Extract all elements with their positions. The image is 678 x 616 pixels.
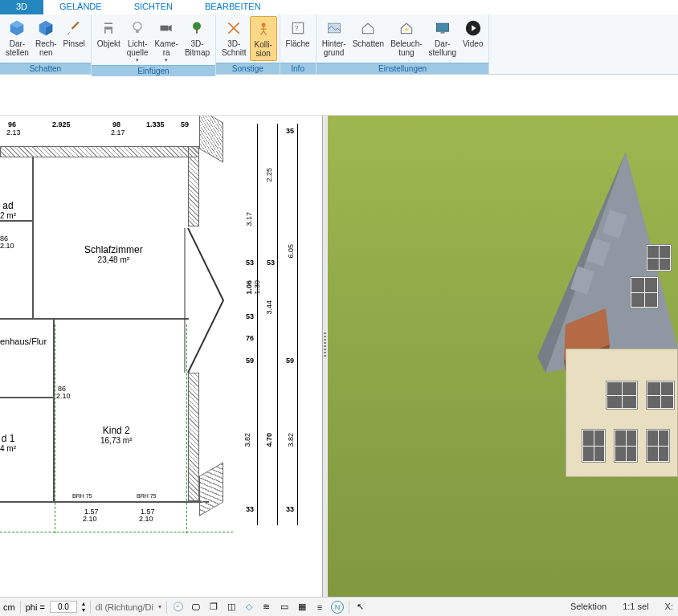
3d-bitmap-button[interactable]: 3D- Bitmap [182,16,213,63]
dim-top-3: 98 [112,120,120,129]
video-button[interactable]: Video [459,16,486,61]
vd-76: 76 [246,334,254,342]
wall-right-upper [188,146,199,226]
tab-gelaende[interactable]: GELÄNDE [43,0,118,14]
svg-point-4 [133,22,141,31]
darstellung-button[interactable]: Dar- stellung [426,16,459,61]
ribbon-label-einfuegen: Einfügen [92,65,215,76]
dim-top-4: 1.335 [146,120,165,129]
svg-rect-0 [104,22,112,24]
3d-schnitt-button[interactable]: 3D- Schnitt [219,16,250,61]
ribbon-group-einstellungen: Hinter- grund Schatten Beleuch- tung Dar… [317,14,490,74]
vd-130: 1.30 [253,280,261,295]
diamond-icon[interactable]: ◇ [243,601,255,614]
guide-h1 [0,532,233,532]
north-icon[interactable]: N [331,601,344,614]
md8: BRH 75 [72,493,92,499]
chevron-down-icon[interactable]: ▾ [158,603,161,610]
room-schlafzimmer: Schlafzimmer 23,48 m² [84,244,143,264]
dim-top-5: 59 [181,120,189,129]
svg-rect-6 [161,26,169,31]
dim-top-2: 2.925 [52,120,71,129]
svg-rect-14 [436,23,448,31]
chevron-down-icon: ▾ [165,57,168,63]
x-label: X: [665,602,673,611]
iw1 [0,220,32,222]
vd-53c: 53 [246,312,254,320]
room-ad: ad 2 m² [0,200,16,220]
tab-sichten[interactable]: SICHTEN [118,0,189,14]
ribbon-label-schatten: Schatten [0,63,91,74]
dim-top-3b: 2.17 [111,129,125,137]
ratio-label: 1:1 sel [623,602,648,611]
svg-text:?: ? [294,24,298,32]
dim-top-1: 96 [8,120,16,129]
vd-382l: 3.82 [243,433,251,447]
darstellen-button[interactable]: Dar- stellen [2,16,32,61]
stack-icon[interactable]: ≋ [260,601,273,614]
cut-icon [224,18,243,38]
md7: 2.10 [139,515,153,523]
ribbon-group-info: ? Fläche Info [280,14,317,74]
kamera-button[interactable]: Kame- ra ▾ [151,16,181,63]
tab-bearbeiten[interactable]: BEARBEITEN [189,0,277,14]
lichtquelle-button[interactable]: Licht- quelle ▾ [124,16,152,63]
rechnen-button[interactable]: Rech- nen [32,16,60,61]
guide-v2 [186,324,187,533]
roof-hatch-2 [199,462,223,516]
vd-35: 35 [286,127,294,135]
play-icon [464,18,483,38]
hintergrund-button[interactable]: Hinter- grund [319,16,349,61]
beleuchtung-button[interactable]: Beleuch- tung [387,16,425,61]
vd-53a: 53 [246,259,254,267]
tab-3d[interactable]: 3D [0,0,43,14]
calc-icon [36,18,55,38]
flaeche-button[interactable]: ? Fläche [283,16,313,61]
wall-bottom [0,501,209,503]
cursor-icon[interactable]: ↖ [354,601,367,614]
brush-icon [64,18,84,38]
svg-point-9 [261,23,265,27]
phi-label: phi = [26,602,45,612]
roof-hatch-1 [199,116,223,163]
objekt-button[interactable]: Objekt [94,16,124,63]
phi-input[interactable] [50,601,77,613]
cube-icon [7,18,27,38]
vd-106: 1.06 [245,280,253,295]
vd-33a: 33 [246,505,254,513]
phi-spinner-icon[interactable]: ▴▾ [82,601,85,614]
bay-window [161,228,225,373]
vdimline1 [257,124,258,525]
svg-point-13 [405,28,407,31]
vd-605: 6.05 [287,244,295,259]
vd-344: 3.44 [265,300,273,315]
direction-label: dl (Richtung/Di [96,602,153,612]
sheet-icon[interactable]: ▭ [278,601,291,614]
svg-rect-15 [440,31,444,33]
3d-view-pane[interactable] [328,116,678,597]
lines-icon[interactable]: ≡ [313,601,326,614]
display-icon [433,18,452,38]
layers-icon[interactable]: ❐ [207,601,220,614]
md5: 2.10 [83,515,97,523]
ribbon-group-schatten: Dar- stellen Rech- nen Pinsel Schatten [0,14,92,74]
workspace: 96 2.13 2.925 98 2.17 1.335 59 [0,115,678,597]
plan-view-pane[interactable]: 96 2.13 2.925 98 2.17 1.335 59 [0,116,323,597]
vd-317: 3.17 [245,212,253,226]
svg-rect-3 [112,30,113,34]
camera-icon [157,18,176,38]
selektion-label: Selektion [570,602,607,611]
bulb-icon [128,18,147,38]
kollision-button[interactable]: Kolli- sion [250,16,277,61]
cube-small-icon[interactable]: ◫ [225,601,238,614]
pinsel-button[interactable]: Pinsel [60,16,88,61]
clock-icon[interactable]: 🕘 [172,601,185,614]
area-icon: ? [288,18,308,38]
chair-icon [99,18,118,38]
vd-225: 2.25 [265,168,273,182]
schatten-button[interactable]: Schatten [349,16,387,61]
vd-53b: 53 [267,259,275,267]
grid-icon[interactable]: ▦ [296,601,308,614]
monitor-icon[interactable]: 🖵 [190,601,202,614]
wall-right-lower [188,373,199,501]
